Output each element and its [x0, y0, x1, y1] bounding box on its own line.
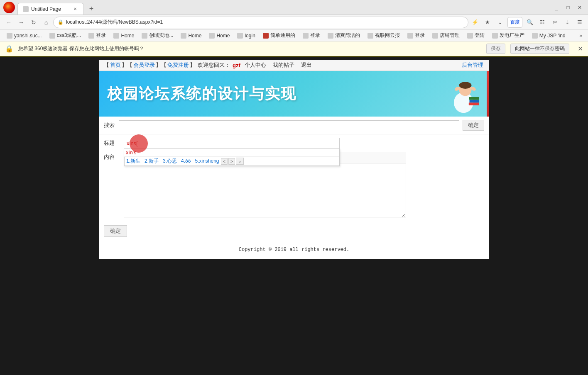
site-banner: 校园论坛系统的设计与实现	[99, 71, 489, 117]
download-icon[interactable]: ⇓	[562, 17, 572, 27]
search-area: 搜索 确定	[99, 117, 489, 134]
bookmark-favicon	[303, 33, 309, 39]
search-input[interactable]	[119, 120, 459, 130]
new-tab-btn[interactable]: +	[86, 3, 97, 15]
bookmark-login3[interactable]: 登录	[299, 31, 323, 40]
menu-icon[interactable]: ☰	[575, 17, 585, 27]
suggestion-item-5[interactable]: 5.xinsheng	[195, 158, 219, 164]
search-btn[interactable]: 确定	[463, 120, 484, 131]
star-icon[interactable]: ★	[483, 17, 492, 27]
login-link[interactable]: 会员登录	[133, 61, 155, 69]
welcome-text: 欢迎您回来：	[198, 61, 230, 69]
bookmark-favicon	[432, 33, 438, 39]
browser-logo	[3, 2, 15, 13]
site-footer: Copyright © 2019 all rights reserved.	[99, 240, 489, 259]
suggestion-next-btn[interactable]: >	[228, 158, 235, 165]
bookmark-home3[interactable]: Home	[206, 32, 233, 39]
suggestion-item-4[interactable]: 4.δδ	[181, 158, 191, 164]
autocomplete-input[interactable]	[126, 149, 338, 156]
lightning-icon[interactable]: ⚡	[470, 17, 480, 27]
bookmark-login1[interactable]: 登录	[85, 31, 109, 40]
bookmark-favicon	[368, 33, 373, 39]
suggestion-expand-btn[interactable]: ⌄	[236, 158, 244, 165]
suggestion-row: 1.新生 2.新手 3.心思 4.δδ 5.xinsheng	[124, 157, 339, 166]
title-label: 标题	[104, 138, 120, 147]
home-link[interactable]: 首页	[110, 61, 121, 69]
baidu-search-box[interactable]: 百度	[507, 17, 522, 28]
title-input-wrapper: 1.新生 2.新手 3.心思 4.δδ 5.xinsheng	[124, 138, 340, 149]
browser-search-icon[interactable]: 🔍	[525, 17, 535, 27]
address-text: localhost:24744/源代码/NewBBS.aspx?id=1	[66, 19, 464, 26]
site-nav: 【 首页 】 【 会员登录 】 【 免费注册 】 欢迎您回来： gzf 个人中心…	[99, 60, 489, 71]
footer-text: Copyright © 2019 all rights reserved.	[239, 247, 349, 253]
bookmark-more-btn[interactable]: »	[577, 32, 585, 39]
bookmark-login4[interactable]: 登录	[404, 31, 428, 40]
bookmark-favicon	[407, 33, 413, 39]
dismiss-password-btn[interactable]: 此网站一律不保存密码	[510, 44, 569, 54]
notification-close-btn[interactable]: ✕	[578, 45, 583, 53]
nav-bracket-close: 】	[122, 61, 127, 69]
maximize-btn[interactable]: □	[563, 2, 573, 12]
logout-link[interactable]: 退出	[301, 61, 312, 69]
baidu-logo: 百度	[510, 19, 519, 25]
suggestion-item-1[interactable]: 1.新生	[126, 158, 140, 164]
content-textarea[interactable]	[124, 163, 406, 217]
back-btn[interactable]: ←	[3, 17, 14, 28]
grid-icon[interactable]: ☷	[537, 17, 547, 27]
bookmark-favicon	[113, 33, 119, 39]
bookmark-favicon	[209, 33, 215, 39]
nav-user-links: 个人中心 我的帖子 退出	[244, 61, 313, 69]
home-btn[interactable]: ⌂	[41, 17, 51, 28]
forward-btn[interactable]: →	[16, 17, 27, 28]
bookmark-yanshi[interactable]: yanshi.suc...	[3, 32, 45, 39]
banner-text: 校园论坛系统的设计与实现	[107, 84, 296, 104]
tab-close-btn[interactable]: ✕	[72, 6, 78, 12]
bookmark-store[interactable]: 店铺管理	[429, 31, 463, 40]
banner-person-illustration	[439, 75, 481, 117]
scissors-icon[interactable]: ✄	[550, 17, 560, 27]
nav-bracket-close3: 】	[190, 61, 195, 69]
bookmark-chuangyv[interactable]: 创域实地...	[138, 31, 176, 40]
admin-link[interactable]: 后台管理	[462, 61, 483, 69]
bookmark-login2[interactable]: login	[234, 32, 258, 39]
bookmark-myjsp[interactable]: My JSP 'ind	[529, 32, 569, 39]
bookmark-favicon	[328, 33, 333, 39]
form-area: 标题 1.新生	[99, 134, 489, 240]
register-link[interactable]: 免费注册	[167, 61, 189, 69]
bookmark-factory[interactable]: 发电厂生产	[489, 31, 528, 40]
nav-bracket-open3: 【	[161, 61, 167, 69]
profile-link[interactable]: 个人中心	[245, 61, 266, 69]
nav-bracket-close2: 】	[156, 61, 161, 69]
bookmark-favicon	[7, 33, 12, 39]
suggestion-item-2[interactable]: 2.新手	[145, 158, 159, 164]
page-content: 【 首页 】 【 会员登录 】 【 免费注册 】 欢迎您回来： gzf 个人中心…	[0, 56, 588, 259]
lock-icon: 🔒	[58, 19, 64, 25]
bookmark-home2[interactable]: Home	[177, 32, 205, 39]
nav-bracket-open: 【	[104, 61, 109, 69]
suggestion-item-3[interactable]: 3.心思	[163, 158, 177, 164]
submit-btn[interactable]: 确定	[104, 225, 127, 237]
bookmark-home1[interactable]: Home	[110, 32, 137, 39]
bookmark-favicon	[142, 33, 147, 39]
content-label: 内容	[104, 152, 120, 161]
nav-bracket-open2: 【	[127, 61, 132, 69]
star-list-icon[interactable]: ⌄	[495, 17, 505, 27]
address-bar[interactable]: 🔒 localhost:24744/源代码/NewBBS.aspx?id=1	[53, 17, 468, 28]
tab-title: Untitled Page	[31, 6, 69, 12]
suggestion-prev-btn[interactable]: <	[221, 158, 228, 165]
bookmark-shilian[interactable]: 视联网云报	[364, 31, 403, 40]
myposts-link[interactable]: 我的帖子	[273, 61, 294, 69]
bookmark-denglu[interactable]: 登陆	[464, 31, 488, 40]
save-password-btn[interactable]: 保存	[486, 44, 505, 54]
refresh-btn[interactable]: ↻	[28, 17, 39, 28]
active-tab[interactable]: Untitled Page ✕	[17, 3, 84, 15]
bookmark-qingshuang[interactable]: 清爽简洁的	[324, 31, 363, 40]
title-input[interactable]	[124, 138, 340, 149]
minimize-btn[interactable]: _	[551, 2, 561, 12]
bookmark-jiantong[interactable]: 简单通用的	[260, 31, 299, 40]
bookmark-favicon	[181, 33, 186, 39]
svg-rect-6	[470, 100, 479, 103]
close-btn[interactable]: ✕	[575, 2, 585, 12]
bookmark-favicon	[492, 33, 498, 39]
bookmark-css3[interactable]: css3炫酷...	[46, 31, 85, 40]
